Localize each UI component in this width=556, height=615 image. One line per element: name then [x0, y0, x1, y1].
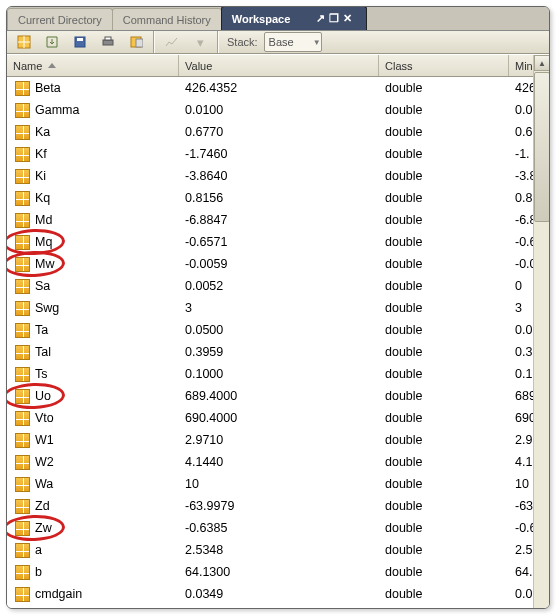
var-class: double [379, 191, 509, 205]
var-class: double [379, 103, 509, 117]
var-value: -63.9979 [179, 499, 379, 513]
var-class: double [379, 433, 509, 447]
variable-icon [15, 279, 30, 294]
table-row[interactable]: Kq0.8156double0.8 [7, 187, 549, 209]
var-name: cmdgain [35, 587, 82, 601]
scroll-up-button[interactable]: ▲ [534, 55, 550, 71]
var-name: Md [35, 213, 52, 227]
var-class: double [379, 323, 509, 337]
table-row[interactable]: W12.9710double2.9 [7, 429, 549, 451]
import-button[interactable] [41, 31, 63, 53]
print-button[interactable] [97, 31, 119, 53]
table-row[interactable]: Md-6.8847double-6.8 [7, 209, 549, 231]
stack-select-value: Base [269, 36, 294, 48]
variable-icon [15, 257, 30, 272]
table-header-row: Name Value Class Min [7, 55, 549, 77]
table-row[interactable]: Beta426.4352double426 [7, 77, 549, 99]
var-name: Beta [35, 81, 61, 95]
variable-icon [15, 125, 30, 140]
delete-button[interactable] [125, 31, 147, 53]
var-name: Wa [35, 477, 53, 491]
plot-button[interactable] [161, 31, 183, 53]
tab-command-history[interactable]: Command History [112, 8, 222, 30]
table-row[interactable]: Ts0.1000double0.1 [7, 363, 549, 385]
var-class: double [379, 147, 509, 161]
vertical-scrollbar[interactable]: ▲ ▼ [533, 55, 549, 609]
table-row[interactable]: Swg3double3 [7, 297, 549, 319]
plot-dropdown-button[interactable]: ▾ [189, 31, 211, 53]
var-name: W1 [35, 433, 54, 447]
tab-current-directory[interactable]: Current Directory [7, 8, 113, 30]
variable-icon [15, 609, 30, 610]
var-value: 2.9710 [179, 433, 379, 447]
table-row[interactable]: Uo689.4000double689 [7, 385, 549, 407]
table-row[interactable]: Gamma0.0100double0.0 [7, 99, 549, 121]
sort-ascending-icon [48, 63, 56, 68]
table-row[interactable]: Mw-0.0059double-0.0 [7, 253, 549, 275]
var-value: -0.0059 [179, 257, 379, 271]
table-row[interactable]: Mq-0.6571double-0.6 [7, 231, 549, 253]
table-row[interactable]: Kf-1.7460double-1. [7, 143, 549, 165]
col-header-name-label: Name [13, 60, 42, 72]
col-header-value[interactable]: Value [179, 55, 379, 76]
table-row[interactable]: Vto690.4000double690 [7, 407, 549, 429]
var-value: -0.6385 [179, 521, 379, 535]
svg-rect-8 [136, 39, 143, 47]
close-icon[interactable]: ✕ [343, 12, 352, 25]
tab-workspace[interactable]: Workspace ↗ ❐ ✕ [221, 6, 368, 30]
var-value: -6.8847 [179, 213, 379, 227]
table-row[interactable]: b64.1300double64. [7, 561, 549, 583]
table-row[interactable]: g32.2000double32. [7, 605, 549, 609]
table-row[interactable]: Sa0.0052double0 [7, 275, 549, 297]
new-var-button[interactable] [13, 31, 35, 53]
var-value: 2.5348 [179, 543, 379, 557]
undock-icon[interactable]: ↗ [316, 12, 325, 25]
tab-strip: Current Directory Command History Worksp… [7, 7, 549, 31]
table-row[interactable]: W24.1440double4.1 [7, 451, 549, 473]
variable-icon [15, 455, 30, 470]
var-value: 0.3959 [179, 345, 379, 359]
save-button[interactable] [69, 31, 91, 53]
var-value: 689.4000 [179, 389, 379, 403]
table-row[interactable]: Ka0.6770double0.6 [7, 121, 549, 143]
table-row[interactable]: Tal0.3959double0.3 [7, 341, 549, 363]
toolbar-separator [153, 31, 155, 53]
var-name: a [35, 543, 42, 557]
variable-icon [15, 477, 30, 492]
variable-icon [15, 433, 30, 448]
variable-icon [15, 543, 30, 558]
var-name: Ki [35, 169, 46, 183]
var-class: double [379, 81, 509, 95]
table-row[interactable]: Ki-3.8640double-3.8 [7, 165, 549, 187]
var-name: Mq [35, 235, 52, 249]
var-value: 426.4352 [179, 81, 379, 95]
scroll-thumb[interactable] [534, 72, 550, 222]
var-class: double [379, 169, 509, 183]
table-row[interactable]: a2.5348double2.5 [7, 539, 549, 561]
var-name: Mw [35, 257, 54, 271]
table-row[interactable]: cmdgain0.0349double0.0 [7, 583, 549, 605]
table-row[interactable]: Zd-63.9979double-63 [7, 495, 549, 517]
var-class: double [379, 455, 509, 469]
var-class: double [379, 257, 509, 271]
var-class: double [379, 411, 509, 425]
stack-select[interactable]: Base ▼ [264, 32, 322, 52]
col-header-name[interactable]: Name [7, 55, 179, 76]
var-class: double [379, 565, 509, 579]
table-row[interactable]: Zw-0.6385double-0.6 [7, 517, 549, 539]
variable-icon [15, 521, 30, 536]
restore-icon[interactable]: ❐ [329, 12, 339, 25]
svg-rect-6 [105, 37, 111, 40]
var-value: -1.7460 [179, 147, 379, 161]
var-name: W2 [35, 455, 54, 469]
table-row[interactable]: Ta0.0500double0.0 [7, 319, 549, 341]
var-class: double [379, 521, 509, 535]
var-name: Tal [35, 345, 51, 359]
var-value: 0.0500 [179, 323, 379, 337]
svg-rect-4 [77, 38, 83, 41]
variable-icon [15, 565, 30, 580]
col-header-class[interactable]: Class [379, 55, 509, 76]
variable-icon [15, 169, 30, 184]
window-controls: ↗ ❐ ✕ [312, 12, 356, 25]
table-row[interactable]: Wa10double10 [7, 473, 549, 495]
